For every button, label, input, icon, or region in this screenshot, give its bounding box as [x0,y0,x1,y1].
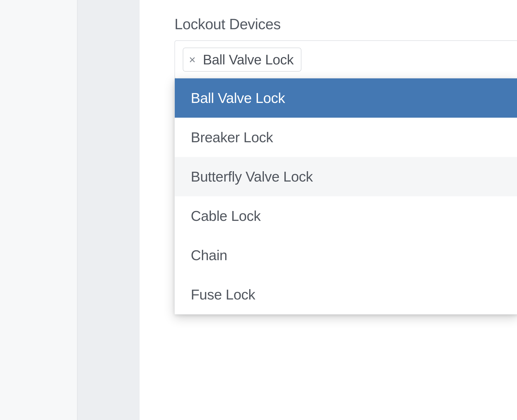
selected-tag: × Ball Valve Lock [183,48,301,72]
outer-sidebar [0,0,78,420]
dropdown-option-ball-valve-lock[interactable]: Ball Valve Lock [175,78,517,118]
lockout-devices-dropdown: Ball Valve Lock Breaker Lock Butterfly V… [174,78,517,314]
lockout-devices-input[interactable]: × Ball Valve Lock [174,40,517,79]
inner-sidebar [78,0,140,420]
dropdown-option-butterfly-valve-lock[interactable]: Butterfly Valve Lock [175,157,517,196]
dropdown-option-fuse-lock[interactable]: Fuse Lock [175,275,517,314]
dropdown-option-breaker-lock[interactable]: Breaker Lock [175,118,517,157]
dropdown-option-cable-lock[interactable]: Cable Lock [175,196,517,236]
lockout-devices-label: Lockout Devices [174,16,517,33]
dropdown-option-chain[interactable]: Chain [175,236,517,275]
selected-tag-label: Ball Valve Lock [203,52,294,68]
form-panel: Lockout Devices × Ball Valve Lock Ball V… [140,0,517,420]
close-icon[interactable]: × [189,54,196,65]
lockout-devices-field: × Ball Valve Lock Ball Valve Lock Breake… [174,40,517,79]
